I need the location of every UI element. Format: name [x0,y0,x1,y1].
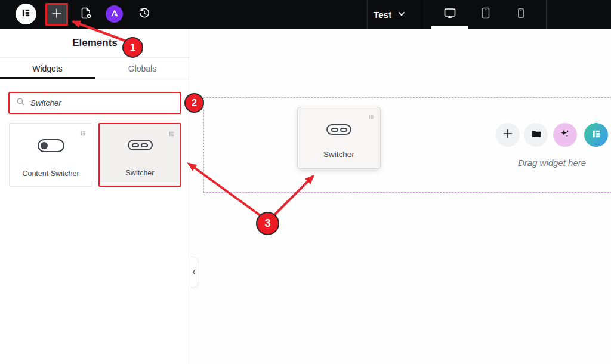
widget-card-switcher[interactable]: Switcher [98,123,181,187]
collapse-panel-button[interactable] [190,257,198,288]
step-badge-1: 1 [122,37,143,58]
desktop-icon [442,5,458,23]
astra-button[interactable] [106,5,123,23]
elementor-logo-icon [21,8,31,20]
step-badge-3: 3 [256,212,279,235]
page-settings-icon [79,6,93,23]
dragged-widget-switcher[interactable]: Switcher [297,107,381,169]
elementor-badge-icon [368,112,375,123]
switcher-icon [128,140,153,150]
elementor-badge-icon [168,129,175,140]
elementor-editor: Test [0,0,611,364]
history-button[interactable] [135,5,154,24]
panel-title: Elements [72,37,118,49]
add-section-button[interactable] [496,123,520,147]
search-input[interactable] [30,98,168,107]
device-tablet-button[interactable] [474,0,498,29]
panel-header: Elements [0,29,190,58]
site-name-dropdown[interactable]: Test [374,0,406,29]
template-library-button[interactable] [524,123,548,147]
step-badge-2: 2 [184,93,204,113]
elementor-menu-button[interactable] [16,4,36,24]
history-icon [137,6,152,23]
active-device-underline [431,26,468,29]
topbar-divider [546,0,547,29]
tab-globals[interactable]: Globals [95,58,190,79]
switcher-icon [326,124,351,135]
search-icon [10,97,25,109]
elementor-logo-icon [591,129,601,141]
ai-sparkles-icon [559,128,571,142]
dragged-widget-label: Switcher [298,150,380,159]
toggle-icon [38,139,64,152]
page-settings-button[interactable] [76,5,95,24]
widget-label: Switcher [100,169,180,177]
add-element-button[interactable] [45,3,68,26]
widgets-panel: Elements Widgets Globals Content Switche… [0,29,190,364]
collapse-panel-icon [192,267,196,277]
active-tab-underline [0,77,95,79]
widget-search-box [8,92,181,114]
site-name-label: Test [374,10,392,20]
empty-section-dropzone[interactable] [203,97,611,193]
drag-widget-hint: Drag widget here [492,158,611,168]
topbar-divider [367,0,368,29]
tab-widgets[interactable]: Widgets [0,58,95,79]
device-desktop-button[interactable] [431,0,468,29]
ai-assistant-button[interactable] [553,123,577,147]
elementor-badge-icon [80,128,87,139]
widget-label: Content Switcher [10,169,92,178]
chevron-down-icon [397,10,406,20]
panel-tabs: Widgets Globals [0,58,190,79]
add-element-icon [51,7,63,21]
elementor-kit-button[interactable] [584,123,608,147]
mobile-icon [514,7,527,22]
astra-icon [110,8,119,20]
device-mobile-button[interactable] [509,0,533,29]
tablet-icon [479,6,493,23]
topbar-divider [424,0,424,29]
add-section-icon [502,128,513,141]
widget-card-content-switcher[interactable]: Content Switcher [9,123,92,187]
top-bar: Test [0,0,611,29]
folder-icon [530,128,542,142]
